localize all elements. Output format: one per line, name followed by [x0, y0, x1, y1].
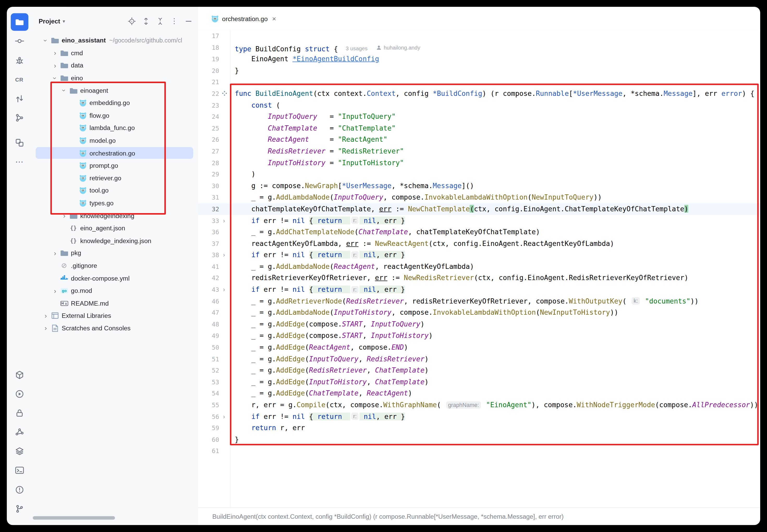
tree-item-einoagent[interactable]: ›einoagent — [32, 84, 198, 97]
code-line-29[interactable]: 29 ) — [198, 169, 760, 180]
tree-item-tool-go[interactable]: tool.go — [32, 184, 198, 197]
line-number[interactable]: 59 — [198, 422, 219, 434]
code-line-31[interactable]: 31 _ = g.AddLambdaNode(InputToQuery, com… — [198, 192, 760, 203]
code-line-28[interactable]: 28 InputToHistory = "InputToHistory" — [198, 157, 760, 169]
rail-button-profiler[interactable] — [10, 423, 28, 441]
code-line-38[interactable]: 38› if err != nil { return r: nil, err } — [198, 249, 760, 261]
tree-item-knowledge-indexing-json[interactable]: {}knowledge_indexing.json — [32, 234, 198, 247]
chevron-right-icon[interactable]: › — [50, 287, 60, 294]
line-number[interactable]: 32 — [198, 203, 219, 215]
usages-hint[interactable]: 3 usages — [346, 45, 367, 51]
rail-button-lock[interactable] — [10, 404, 28, 422]
chevron-right-icon[interactable]: › — [50, 62, 60, 69]
tree-item-model-go[interactable]: model.go — [32, 134, 198, 147]
code-line-60[interactable]: 60} — [198, 434, 760, 446]
project-dropdown[interactable]: Project ▾ — [39, 17, 65, 25]
fold-arrow-icon[interactable]: › — [222, 215, 226, 226]
tab-orchestration-go[interactable]: orchestration.go × — [205, 7, 281, 30]
tree-item-scratches-and-consoles[interactable]: ›Scratches and Consoles — [32, 322, 198, 335]
line-number[interactable]: 50 — [198, 342, 219, 353]
tree-item-knowledgeindexing[interactable]: ›knowledgeindexing — [32, 209, 198, 222]
tree-item-pkg[interactable]: ›pkg — [32, 247, 198, 259]
rail-button-project[interactable] — [10, 13, 28, 31]
code-line-32[interactable]: 32 chatTemplateKeyOfChatTemplate, err :=… — [198, 203, 760, 215]
line-number[interactable]: 19 — [198, 53, 219, 65]
tree-item-external-libraries[interactable]: ›External Libraries — [32, 310, 198, 322]
rail-button-terminal[interactable] — [10, 462, 28, 479]
code-line-25[interactable]: 25 ChatTemplate = "ChatTemplate" — [198, 122, 760, 134]
code-line-26[interactable]: 26 ReactAgent = "ReactAgent" — [198, 134, 760, 146]
line-number[interactable]: 26 — [198, 134, 219, 146]
line-number[interactable]: 47 — [198, 307, 219, 319]
chevron-down-icon[interactable]: › — [61, 86, 68, 95]
chevron-right-icon[interactable]: › — [60, 212, 69, 219]
author-hint[interactable]: huhailong.andy — [376, 42, 420, 53]
tree-item-orchestration-go[interactable]: orchestration.go — [32, 147, 198, 159]
code-line-49[interactable]: 49 _ = g.AddEdge(compose.START, InputToH… — [198, 330, 760, 342]
line-number[interactable]: 33 — [198, 215, 219, 226]
line-number[interactable]: 20 — [198, 65, 219, 76]
code-line-56[interactable]: 56› if err != nil { return r: nil, err } — [198, 411, 760, 422]
line-number[interactable]: 30 — [198, 180, 219, 192]
expand-all-icon[interactable] — [141, 16, 151, 26]
tree-item-eino-agent-json[interactable]: {}eino_agent.json — [32, 222, 198, 234]
code-line-48[interactable]: 48 _ = g.AddEdge(compose.START, InputToQ… — [198, 319, 760, 330]
line-number[interactable]: 25 — [198, 122, 219, 134]
line-number[interactable]: 61 — [198, 446, 219, 457]
horizontal-scrollbar[interactable] — [33, 516, 115, 519]
rail-button-branch-graph[interactable] — [10, 109, 28, 127]
tree-item-data[interactable]: ›data — [32, 59, 198, 72]
rail-button-structure[interactable] — [10, 134, 28, 152]
line-number[interactable]: 31 — [198, 192, 219, 203]
code-line-61[interactable]: 61 — [198, 446, 760, 457]
code-line-20[interactable]: 20} — [198, 65, 760, 76]
chevron-right-icon[interactable]: › — [50, 50, 60, 56]
code-line-30[interactable]: 30 g := compose.NewGraph[*UserMessage, *… — [198, 180, 760, 192]
tree-item-retriever-go[interactable]: retriever.go — [32, 172, 198, 184]
code-line-36[interactable]: 36 _ = g.AddChatTemplateNode(ChatTemplat… — [198, 226, 760, 238]
line-number[interactable]: 38 — [198, 249, 219, 261]
code-line-51[interactable]: 51 _ = g.AddEdge(InputToQuery, RedisRetr… — [198, 353, 760, 365]
line-number[interactable]: 42 — [198, 273, 219, 284]
tree-item-types-go[interactable]: types.go — [32, 197, 198, 209]
rail-button-git-branch[interactable] — [10, 500, 28, 518]
line-number[interactable]: 28 — [198, 157, 219, 169]
line-number[interactable]: 51 — [198, 353, 219, 365]
line-number[interactable]: 55 — [198, 399, 219, 411]
code-line-52[interactable]: 52 _ = g.AddEdge(RedisRetriever, ChatTem… — [198, 365, 760, 376]
code-line-53[interactable]: 53 _ = g.AddEdge(InputToHistory, ChatTem… — [198, 376, 760, 388]
line-number[interactable]: 21 — [198, 76, 219, 88]
code-line-24[interactable]: 24 InputToQuery = "InputToQuery" — [198, 111, 760, 122]
rail-button-code-review[interactable]: CR — [10, 71, 28, 89]
line-number[interactable]: 46 — [198, 296, 219, 307]
chevron-right-icon[interactable]: › — [50, 250, 60, 257]
code-line-21[interactable]: 21 — [198, 76, 760, 88]
hide-icon[interactable] — [183, 16, 193, 26]
rail-button-run[interactable] — [10, 385, 28, 403]
line-number[interactable]: 37 — [198, 238, 219, 249]
code-line-17[interactable]: 17 — [198, 30, 760, 42]
code-line-50[interactable]: 50 _ = g.AddEdge(ReactAgent, compose.END… — [198, 342, 760, 353]
line-number[interactable]: 27 — [198, 146, 219, 157]
code-line-27[interactable]: 27 RedisRetriever = "RedisRetriever" — [198, 146, 760, 157]
line-number[interactable]: 54 — [198, 388, 219, 399]
rail-button-commit[interactable] — [10, 33, 28, 50]
tree-item-readme-md[interactable]: README.md — [32, 297, 198, 310]
tree-item-docker-compose-yml[interactable]: docker-compose.yml — [32, 272, 198, 284]
fold-arrow-icon[interactable]: › — [222, 411, 226, 422]
code-line-19[interactable]: 19 EinoAgent *EinoAgentBuildConfig — [198, 53, 760, 65]
line-number[interactable]: 23 — [198, 100, 219, 111]
code-editor[interactable]: 1718type BuildConfig struct {3 usageshuh… — [198, 30, 760, 507]
line-number[interactable]: 36 — [198, 226, 219, 238]
code-line-22[interactable]: 22func BuildEinoAgent(ctx context.Contex… — [198, 88, 760, 100]
line-number[interactable]: 18 — [198, 42, 219, 53]
line-number[interactable]: 43 — [198, 284, 219, 295]
chevron-down-icon[interactable]: › — [52, 73, 58, 83]
line-number[interactable]: 48 — [198, 319, 219, 330]
line-number[interactable]: 41 — [198, 261, 219, 273]
code-line-42[interactable]: 42 redisRetrieverKeyOfRetriever, err := … — [198, 273, 760, 284]
tree-item-prompt-go[interactable]: prompt.go — [32, 159, 198, 172]
close-icon[interactable]: × — [272, 15, 276, 22]
rail-button-pull-requests[interactable] — [10, 90, 28, 108]
gutter-marker-icon[interactable] — [222, 90, 227, 96]
